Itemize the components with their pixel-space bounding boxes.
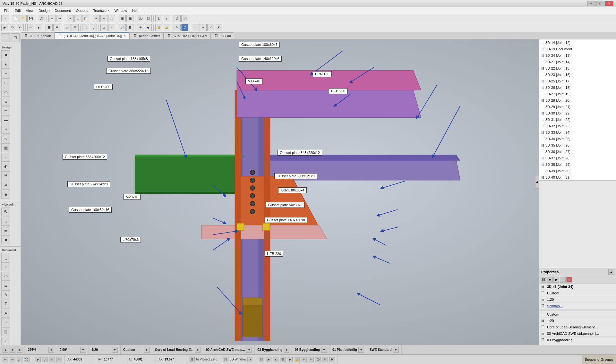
resize-btn[interactable]: ▿ — [108, 24, 115, 31]
layer-dropdown-btn[interactable]: ▼ — [195, 347, 201, 353]
close-button[interactable]: ✕ — [605, 1, 613, 6]
fill-tool[interactable]: ▒ — [1, 327, 10, 336]
status-undo-btn[interactable]: ↩ — [3, 357, 8, 362]
status-redo-btn[interactable]: ↪ — [10, 357, 15, 362]
right-btn-3[interactable]: ✓ — [207, 24, 214, 31]
tab-plintplan[interactable]: ☷ K-15.102 PLINTPLAN — [164, 32, 211, 39]
zoom-out-btn[interactable]: − — [100, 15, 107, 22]
status-tb7[interactable]: ☀ — [301, 357, 307, 362]
globe-tool[interactable]: ☰ — [1, 226, 10, 235]
intersect-btn[interactable]: ∩ — [82, 24, 89, 31]
proj-zero-btn[interactable]: ☷ — [189, 357, 195, 362]
rp-item-3d36[interactable]: ☷ 3D-36 [Joint 27] — [539, 148, 616, 155]
find-btn[interactable]: 🔎 — [119, 24, 126, 31]
3d-window-btn[interactable]: ☷ — [223, 357, 228, 362]
status-tb5[interactable]: ◆ — [287, 357, 293, 362]
camera-tool[interactable]: ⛏ — [1, 207, 10, 216]
status-tb10[interactable]: ⚐ — [322, 357, 328, 362]
snap-btn[interactable]: ▣ — [119, 15, 126, 22]
print-btn[interactable]: 🖨 — [38, 15, 45, 22]
shell-tool[interactable]: ∿ — [1, 134, 10, 143]
rp-item-3d22[interactable]: ☷ 3D-22 [Joint 15] — [539, 65, 616, 72]
pen-dropdown-btn[interactable]: ▼ — [246, 347, 252, 353]
rp-item-3d19[interactable]: ☷ 3D-19 Document — [539, 46, 616, 52]
scale-dropdown-btn[interactable]: ▼ — [112, 347, 118, 353]
new-btn[interactable]: 📄 — [12, 15, 19, 22]
menu-help[interactable]: Help — [130, 7, 142, 14]
standard-dropdown-btn[interactable]: ▼ — [393, 347, 399, 353]
redo-btn[interactable]: ↪ — [56, 15, 63, 22]
color-btn[interactable]: C — [181, 24, 188, 31]
union-btn[interactable]: ∪ — [90, 24, 97, 31]
props-tb-2[interactable]: ■ — [547, 277, 553, 283]
mesh-tool[interactable]: ▦ — [1, 143, 10, 152]
right-btn-1[interactable]: → — [192, 24, 199, 31]
stretch-btn[interactable]: ▵ — [100, 24, 107, 31]
drag-btn[interactable]: ■ — [35, 24, 42, 31]
tab-grundplan[interactable]: ☷ -1. Grundplan — [21, 32, 55, 39]
lock-btn[interactable]: 🔒 — [155, 24, 162, 31]
status-tb11[interactable]: ✀ — [329, 357, 335, 362]
elevation-tool[interactable]: ↕ — [1, 262, 10, 271]
door-tool[interactable]: ▭ — [1, 88, 10, 97]
mirror-btn[interactable]: ⇄ — [17, 24, 24, 31]
text-tool[interactable]: T — [1, 300, 10, 309]
plan-btn[interactable]: ☐ — [145, 15, 152, 22]
status-tb1[interactable]: ☷ — [259, 357, 264, 362]
tab-joint34[interactable]: ☷ (1) 3D-43 [Joint 34] [3D-43 [Joint 34]… — [55, 32, 130, 39]
tab-joint34-close[interactable]: ✕ — [124, 34, 126, 38]
menu-view[interactable]: View — [23, 7, 36, 14]
label-tool[interactable]: A — [1, 309, 10, 318]
status-tb3[interactable]: ▲ — [273, 357, 278, 362]
lamp-tool[interactable]: ☀ — [1, 106, 10, 115]
rp-item-3d30[interactable]: ☷ 3D-30 [Joint 22] — [539, 110, 616, 116]
zone-tool[interactable]: ◆ — [1, 190, 10, 199]
roof-tool[interactable]: △ — [1, 125, 10, 134]
menu-design[interactable]: Design — [36, 7, 52, 14]
zoom-in-btn[interactable]: + — [93, 15, 100, 22]
layer2-dropdown-btn[interactable]: ▼ — [284, 347, 289, 353]
rp-item-3d23[interactable]: ☷ 3D-23 [Joint 16] — [539, 72, 616, 78]
save-btn[interactable]: 💾 — [27, 15, 34, 22]
rotate-btn[interactable]: ↻ — [9, 24, 16, 31]
status-move-btn[interactable]: ▽ — [49, 357, 55, 362]
rp-item-3d27[interactable]: ☷ 3D-27 [Joint 19] — [539, 91, 616, 97]
rp-item-3d33[interactable]: ☷ 3D-33 [Joint 24] — [539, 129, 616, 136]
view-type-dropdown-btn[interactable]: ▼ — [144, 347, 150, 353]
status-tb9[interactable]: ☹ — [315, 357, 321, 362]
marquee-tool[interactable]: ☐ — [11, 33, 20, 42]
status-arrow-btn[interactable]: ▶ — [35, 357, 41, 362]
worksheet-tool[interactable]: ☷ — [1, 281, 10, 290]
status-tb2[interactable]: ▶ — [266, 357, 271, 362]
cw-tool[interactable]: ☷ — [1, 171, 10, 180]
status-tb8[interactable]: ✎ — [308, 357, 314, 362]
render-btn[interactable]: ☀ — [137, 24, 144, 31]
window-tool[interactable]: □ — [1, 78, 10, 87]
layer4-dropdown-btn[interactable]: ▼ — [358, 347, 364, 353]
rp-item-3d24[interactable]: ☷ 3D-24 [Joint 13] — [539, 52, 616, 59]
menu-edit[interactable]: Edit — [12, 7, 23, 14]
status-rotate-btn[interactable]: ↻ — [56, 357, 62, 362]
status-tb6[interactable]: 🔒 — [294, 357, 300, 362]
rp-item-3d37[interactable]: ☷ 3D-37 [Joint 28] — [539, 155, 616, 161]
rp-item-3d29[interactable]: ☷ 3D-29 [Joint 21] — [539, 104, 616, 110]
publish-btn[interactable]: 📰 — [181, 15, 188, 22]
teamwork-btn[interactable]: ☖ — [174, 15, 181, 22]
rp-item-3d28[interactable]: ☷ 3D-28 [Joint 20] — [539, 97, 616, 104]
schedule-btn[interactable]: ☷ — [126, 24, 133, 31]
select-btn[interactable]: ▶ — [1, 24, 8, 31]
maximize-button[interactable]: □ — [596, 1, 604, 6]
props-tb-4[interactable]: → — [560, 277, 566, 283]
unlock-btn[interactable]: 🔓 — [163, 24, 170, 31]
window-controls[interactable]: − □ ✕ — [587, 1, 613, 6]
angle-dropdown-btn[interactable]: ▼ — [80, 347, 86, 353]
navigator-list[interactable]: ☷ 3D-14 [Joint 12] ☷ 3D-19 Document ☷ 3D… — [539, 39, 616, 181]
cut-btn[interactable]: ✂ — [67, 15, 74, 22]
3d-btn[interactable]: 3D — [137, 15, 144, 22]
paste-btn[interactable]: 📋 — [82, 15, 89, 22]
arrow-tool-btn[interactable]: → — [1, 15, 8, 22]
menu-teamwork[interactable]: Teamwork — [91, 7, 112, 14]
right-btn-2[interactable]: ▼ — [200, 24, 207, 31]
zoom-fit-btn[interactable]: ■ — [17, 347, 22, 353]
line-tool[interactable]: ∕ — [1, 337, 10, 346]
